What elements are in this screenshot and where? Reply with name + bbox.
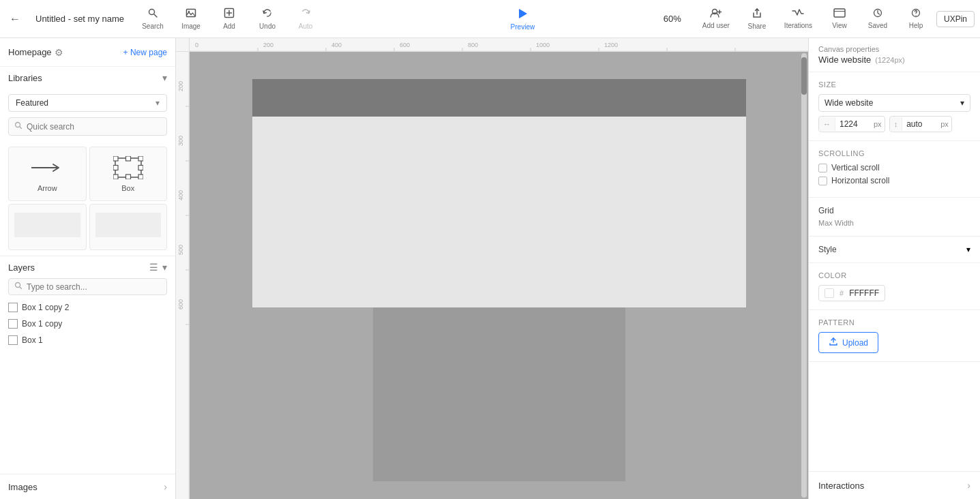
pattern-section: Pattern Upload <box>809 310 980 362</box>
svg-text:600: 600 <box>400 42 410 48</box>
image-label: Image <box>181 22 201 30</box>
svg-line-30 <box>20 287 22 289</box>
canvas-scrollbar[interactable] <box>801 53 807 498</box>
layers-search-box <box>8 278 167 295</box>
component-search-icon <box>14 121 23 132</box>
saved-tool[interactable]: Saved <box>860 5 895 32</box>
right-sidebar: Canvas properties Wide website (1224px) … <box>808 38 980 499</box>
component-4[interactable] <box>89 204 168 250</box>
interactions-section[interactable]: Interactions › <box>809 471 980 499</box>
add-tool[interactable]: Add <box>211 5 247 33</box>
help-label: Help <box>909 22 923 29</box>
main-area: Homepage ⚙ + New page Libraries ▾ Featur… <box>0 38 980 499</box>
svg-marker-7 <box>519 9 527 18</box>
svg-point-3 <box>188 11 190 12</box>
size-dropdown[interactable]: Wide website ▾ <box>818 94 970 112</box>
svg-text:0: 0 <box>195 42 198 48</box>
scrolling-section: Scrolling Vertical scroll Horizontal scr… <box>809 141 980 198</box>
images-section[interactable]: Images › <box>0 474 175 499</box>
vertical-scroll-label: Vertical scroll <box>831 163 880 172</box>
components-grid: Arrow Box <box>0 141 175 256</box>
vertical-scroll-checkbox[interactable] <box>818 164 827 172</box>
zoom-display[interactable]: 60% <box>652 14 693 24</box>
ruler-top: 0 200 400 600 800 1000 1200 <box>190 38 808 52</box>
style-label: Style <box>818 245 837 254</box>
svg-point-0 <box>149 10 155 15</box>
share-icon <box>752 7 762 21</box>
redo-tool[interactable]: Auto <box>288 5 323 33</box>
featured-label: Featured <box>16 98 48 108</box>
pattern-prop-label: Pattern <box>818 318 970 327</box>
component-search-input[interactable] <box>27 122 161 132</box>
back-button[interactable]: ← <box>5 10 25 29</box>
toolbar-center: Preview <box>394 5 652 33</box>
images-expand-icon: › <box>164 481 167 492</box>
canvas-scrollbar-thumb[interactable] <box>801 57 807 95</box>
color-input-box[interactable]: # FFFFFF <box>818 285 885 301</box>
uxpin-button[interactable]: UXPin <box>936 11 975 27</box>
horizontal-scroll-option: Horizontal scroll <box>818 176 970 185</box>
grid-label: Grid <box>818 206 834 215</box>
layer-box1copy2[interactable]: Box 1 copy 2 <box>0 299 175 316</box>
arrow-preview <box>27 155 68 180</box>
size-section: Size Wide website ▾ ↔ px ↕ px <box>809 72 980 141</box>
view-icon <box>833 8 846 20</box>
page-settings-icon[interactable]: ⚙ <box>55 47 63 58</box>
svg-text:400: 400 <box>331 42 342 48</box>
layers-search-input[interactable] <box>27 282 161 292</box>
page-name-container: Homepage ⚙ <box>8 47 63 58</box>
page-header: Homepage ⚙ + New page <box>0 38 175 67</box>
layer-box1copy2-label: Box 1 copy 2 <box>22 303 69 312</box>
featured-dropdown[interactable]: Featured ▾ <box>8 94 167 112</box>
iterations-tool[interactable]: Iterations <box>777 5 819 32</box>
help-tool[interactable]: Help <box>898 5 934 32</box>
saved-label: Saved <box>868 22 887 29</box>
svg-point-16 <box>915 15 916 16</box>
upload-button[interactable]: Upload <box>818 332 878 353</box>
canvas-scroll-area[interactable] <box>190 52 808 499</box>
color-row: # FFFFFF <box>818 285 970 301</box>
svg-rect-24 <box>138 175 143 179</box>
toolbar-tools: Search Image Add Undo Auto <box>135 5 394 33</box>
canvas-area[interactable]: 0 200 400 600 800 1000 1200 200 <box>176 38 808 499</box>
layer-icon <box>8 303 18 312</box>
layers-collapse-icon[interactable]: ▾ <box>162 262 167 273</box>
svg-rect-26 <box>125 175 130 179</box>
ruler-left: 200 300 400 500 600 <box>176 52 190 499</box>
share-tool[interactable]: Share <box>739 5 775 33</box>
svg-text:1000: 1000 <box>536 42 550 48</box>
add-user-tool[interactable]: Add user <box>696 5 737 32</box>
box-component[interactable]: Box <box>89 147 168 201</box>
add-user-label: Add user <box>702 22 730 29</box>
layer-box1copy[interactable]: Box 1 copy <box>0 316 175 332</box>
image-tool[interactable]: Image <box>173 5 209 33</box>
layers-sort-icon[interactable]: ☰ <box>149 262 158 273</box>
height-input-group: ↕ px <box>889 116 952 132</box>
libraries-toggle-icon: ▾ <box>162 72 167 83</box>
layer-box1copy-label: Box 1 copy <box>22 319 62 329</box>
search-tool[interactable]: Search <box>135 5 170 33</box>
svg-text:500: 500 <box>177 245 184 255</box>
svg-line-18 <box>20 127 22 129</box>
undo-icon <box>262 7 273 21</box>
arrow-component[interactable]: Arrow <box>8 147 87 201</box>
libraries-section-header[interactable]: Libraries ▾ <box>0 67 175 89</box>
view-tool[interactable]: View <box>822 5 857 32</box>
layer-box1[interactable]: Box 1 <box>0 332 175 348</box>
width-input-group: ↔ px <box>818 116 885 132</box>
preview-button[interactable]: Preview <box>503 5 544 33</box>
interactions-expand-icon: › <box>967 480 970 491</box>
new-page-button[interactable]: + New page <box>123 48 167 57</box>
height-input[interactable] <box>902 117 938 132</box>
add-label: Add <box>223 22 235 30</box>
width-input[interactable] <box>835 117 871 132</box>
horizontal-scroll-checkbox[interactable] <box>818 177 827 185</box>
component-3[interactable] <box>8 204 87 250</box>
svg-rect-28 <box>138 166 143 170</box>
redo-icon <box>300 7 311 21</box>
canvas-properties-header: Canvas properties Wide website (1224px) <box>809 38 980 72</box>
style-header[interactable]: Style ▾ <box>818 245 970 254</box>
undo-tool[interactable]: Undo <box>250 5 285 33</box>
layers-section: Layers ☰ ▾ Box 1 copy 2 Box 1 copy <box>0 256 175 474</box>
arrow-label: Arrow <box>38 184 57 192</box>
